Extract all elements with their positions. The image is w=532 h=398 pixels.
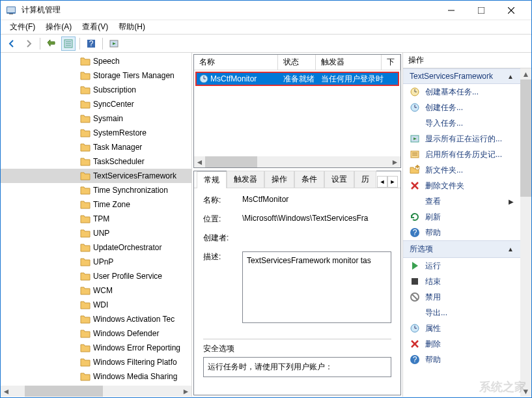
action-item[interactable]: 删除 (403, 336, 520, 352)
tree-item[interactable]: Subscription (1, 83, 191, 97)
tree-item[interactable]: Sysmain (1, 111, 191, 126)
action-item[interactable]: 导入任务... (403, 115, 520, 131)
scroll-up-icon[interactable]: ▲ (520, 68, 531, 79)
action-item[interactable]: 创建任务... (403, 100, 520, 115)
menu-help[interactable]: 帮助(H) (113, 20, 150, 34)
tree-item[interactable]: TextServicesFramework (1, 169, 191, 183)
tab[interactable]: 操作 (264, 171, 294, 188)
action-item[interactable]: 查看▶ (403, 193, 520, 209)
action-item[interactable]: 启用所有任务历史记... (403, 147, 520, 162)
scroll-right-icon[interactable]: ► (389, 156, 400, 167)
minimize-button[interactable] (436, 1, 466, 20)
menu-file[interactable]: 文件(F) (5, 20, 40, 34)
up-button[interactable] (44, 36, 59, 51)
menu-action[interactable]: 操作(A) (40, 20, 77, 34)
svg-rect-33 (412, 278, 418, 285)
task-row-selected[interactable]: MsCtfMonitor 准备就绪 当任何用户登录时 (195, 72, 399, 86)
action-label: 导入任务... (425, 118, 463, 129)
actions-section-a[interactable]: TextServicesFramework ▲ (403, 68, 520, 84)
tree-item[interactable]: User Profile Service (1, 269, 191, 283)
col-name[interactable]: 名称 (194, 55, 278, 70)
tree-item[interactable]: UNP (1, 226, 191, 240)
scroll-right-icon[interactable]: ► (180, 386, 191, 397)
tab[interactable]: 触发器 (227, 171, 264, 188)
menu-view[interactable]: 查看(V) (77, 20, 113, 34)
main-content: SpeechStorage Tiers ManagenSubscriptionS… (1, 53, 531, 397)
tree-item[interactable]: Task Manager (1, 140, 191, 154)
tree-item[interactable]: SyncCenter (1, 97, 191, 111)
scroll-thumb[interactable] (25, 386, 103, 397)
scroll-down-icon[interactable]: ▼ (520, 386, 531, 397)
none-icon (410, 118, 420, 128)
actions-vscroll[interactable]: ▲ ▼ (520, 68, 531, 397)
delete-icon (410, 180, 420, 191)
chevron-right-icon: ▶ (509, 198, 514, 205)
tree-item[interactable]: Windows Filtering Platfo (1, 355, 191, 369)
tree-item[interactable]: Windows Activation Tec (1, 312, 191, 326)
action-item[interactable]: 禁用 (403, 289, 520, 305)
action-label: 帮助 (425, 354, 441, 365)
tree-item[interactable]: Speech (1, 54, 191, 68)
scroll-left-icon[interactable]: ◄ (194, 156, 205, 167)
back-button[interactable] (5, 36, 19, 51)
action-item[interactable]: 运行 (403, 258, 520, 274)
tab[interactable]: 条件 (294, 171, 324, 188)
action-item[interactable]: ✦新文件夹... (403, 162, 520, 178)
actions-section-b[interactable]: 所选项 ▲ (403, 240, 520, 258)
action-item[interactable]: 导出... (403, 305, 520, 320)
task-trigger: 当任何用户登录时 (321, 74, 398, 85)
app-icon (6, 5, 16, 16)
detail-desc-box[interactable]: TextServicesFramework monitor tas (242, 251, 391, 323)
action-item[interactable]: ?帮助 (403, 352, 520, 367)
run-button[interactable] (107, 36, 121, 51)
close-button[interactable] (496, 1, 526, 20)
svg-text:?: ? (413, 355, 417, 364)
action-item[interactable]: 删除文件夹 (403, 178, 520, 193)
tree-item[interactable]: UPnP (1, 255, 191, 269)
maximize-button[interactable] (466, 1, 496, 20)
scroll-left-icon[interactable]: ◄ (1, 386, 12, 397)
tree-item[interactable]: Windows Media Sharing (1, 369, 191, 384)
tree-item[interactable]: UpdateOrchestrator (1, 240, 191, 255)
action-item[interactable]: 结束 (403, 274, 520, 289)
scroll-thumb[interactable] (520, 79, 531, 197)
task-status: 准备就绪 (283, 74, 321, 85)
action-item[interactable]: 显示所有正在运行的... (403, 131, 520, 147)
forward-button[interactable] (21, 36, 36, 51)
col-status[interactable]: 状态 (278, 55, 316, 70)
tree-item[interactable]: TaskScheduler (1, 154, 191, 169)
col-next[interactable]: 下 (382, 55, 400, 70)
scroll-thumb[interactable] (205, 156, 257, 167)
properties-button[interactable] (61, 36, 76, 51)
sched-icon (410, 87, 420, 97)
detail-desc-label: 描述: (203, 251, 242, 263)
tree-item[interactable]: Time Zone (1, 197, 191, 212)
tab-scroll-right[interactable]: ► (387, 176, 398, 188)
tree-item-label: Storage Tiers Managen (93, 71, 175, 80)
action-label: 删除 (425, 339, 441, 350)
mid-pane: 名称 状态 触发器 下 MsCtfMonitor 准备就绪 当任何用户登录时 ◄… (192, 53, 403, 397)
tree-item[interactable]: WDI (1, 298, 191, 312)
tree-item[interactable]: Windows Error Reporting (1, 341, 191, 355)
task-hscroll[interactable]: ◄ ► (194, 156, 400, 167)
help-button[interactable]: ? (84, 36, 98, 51)
action-item[interactable]: 刷新 (403, 209, 520, 225)
tree-item[interactable]: TPM (1, 212, 191, 226)
tab[interactable]: 常规 (197, 171, 227, 188)
action-label: 删除文件夹 (425, 180, 464, 192)
tree-item[interactable]: WCM (1, 283, 191, 298)
tree-item[interactable]: Storage Tiers Managen (1, 68, 191, 83)
tab[interactable]: 设置 (324, 171, 354, 188)
action-item[interactable]: ?帮助 (403, 225, 520, 240)
tree-item[interactable]: Time Synchronization (1, 183, 191, 197)
tab[interactable]: 历 (354, 171, 376, 188)
tree-hscroll[interactable]: ◄ ► (1, 386, 191, 397)
action-item[interactable]: 创建基本任务... (403, 84, 520, 100)
svg-text:✦: ✦ (414, 165, 420, 171)
tree-item[interactable]: Windows Defender (1, 326, 191, 341)
col-trigger[interactable]: 触发器 (316, 55, 382, 70)
tab-scroll-left[interactable]: ◄ (377, 176, 387, 188)
detail-creator-label: 创建者: (203, 233, 242, 244)
tree-item[interactable]: SystemRestore (1, 126, 191, 140)
action-item[interactable]: 属性 (403, 320, 520, 336)
